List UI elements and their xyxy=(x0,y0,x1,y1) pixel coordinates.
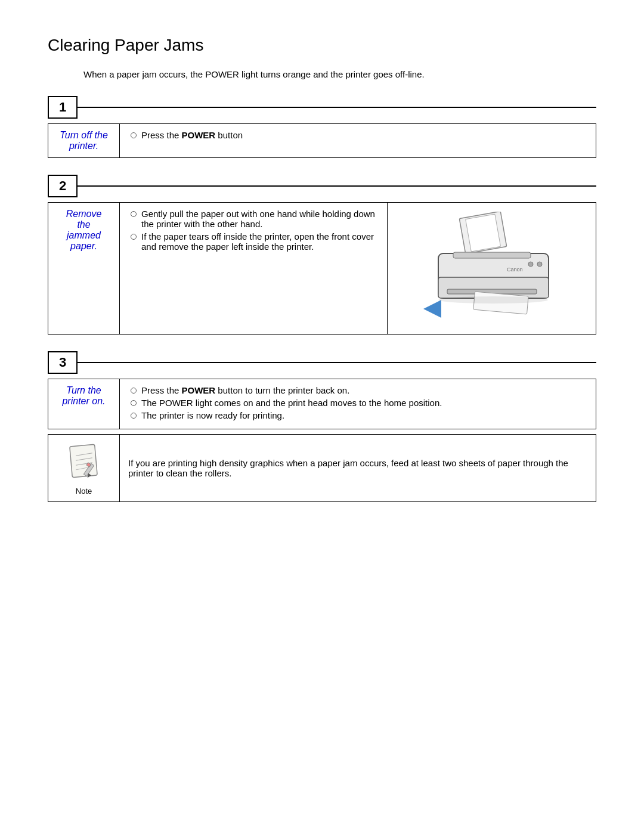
bullet-icon xyxy=(131,388,137,394)
step3-content: Press the POWER button to turn the print… xyxy=(120,379,596,429)
step3-table: Turn theprinter on. Press the POWER butt… xyxy=(48,379,596,429)
step3-number: 3 xyxy=(48,351,78,374)
svg-text:Canon: Canon xyxy=(507,267,523,272)
step2-item2: If the paper tears off inside the printe… xyxy=(141,231,379,252)
step2-line xyxy=(78,185,596,187)
step3-line xyxy=(78,362,596,363)
step1-line xyxy=(78,107,596,108)
note-icon-cell: Note xyxy=(48,435,120,502)
step3-item3: The printer is now ready for printing. xyxy=(141,410,284,420)
svg-point-11 xyxy=(438,296,548,304)
step1-label: Turn off theprinter. xyxy=(48,124,120,158)
note-content: If you are printing high density graphic… xyxy=(120,435,596,502)
intro-text: When a paper jam occurs, the POWER light… xyxy=(83,69,596,79)
bullet-icon xyxy=(131,132,137,138)
page-title: Clearing Paper Jams xyxy=(48,36,596,55)
bullet-icon xyxy=(131,234,137,240)
note-label: Note xyxy=(57,487,111,496)
bullet-icon xyxy=(131,400,137,406)
step2-label: Removethejammedpaper. xyxy=(48,203,120,335)
svg-rect-3 xyxy=(453,252,531,258)
svg-marker-10 xyxy=(423,300,441,318)
step2-content: Gently pull the paper out with one hand … xyxy=(120,203,388,335)
step3-header: 3 xyxy=(48,351,596,374)
step1-header: 1 xyxy=(48,96,596,119)
step1-item1: Press the POWER button xyxy=(141,130,243,140)
svg-point-9 xyxy=(537,262,542,267)
note-table: Note If you are printing high density gr… xyxy=(48,434,596,502)
printer-image-cell: Canon xyxy=(388,203,596,335)
svg-point-8 xyxy=(528,262,533,267)
step1-content: Press the POWER button xyxy=(120,124,596,158)
step3-item1: Press the POWER button to turn the print… xyxy=(141,385,349,395)
bullet-icon xyxy=(131,413,137,419)
bullet-icon xyxy=(131,211,137,217)
printer-illustration: Canon xyxy=(396,209,587,328)
svg-rect-1 xyxy=(465,214,500,252)
step2-header: 2 xyxy=(48,175,596,197)
step2-item1: Gently pull the paper out with one hand … xyxy=(141,209,379,229)
step2-number: 2 xyxy=(48,175,78,197)
step2-table: Removethejammedpaper. Gently pull the pa… xyxy=(48,202,596,335)
step1-table: Turn off theprinter. Press the POWER but… xyxy=(48,123,596,158)
svg-rect-12 xyxy=(69,444,97,477)
step1-number: 1 xyxy=(48,96,78,119)
step3-label: Turn theprinter on. xyxy=(48,379,120,429)
step3-item2: The POWER light comes on and the print h… xyxy=(141,398,442,408)
